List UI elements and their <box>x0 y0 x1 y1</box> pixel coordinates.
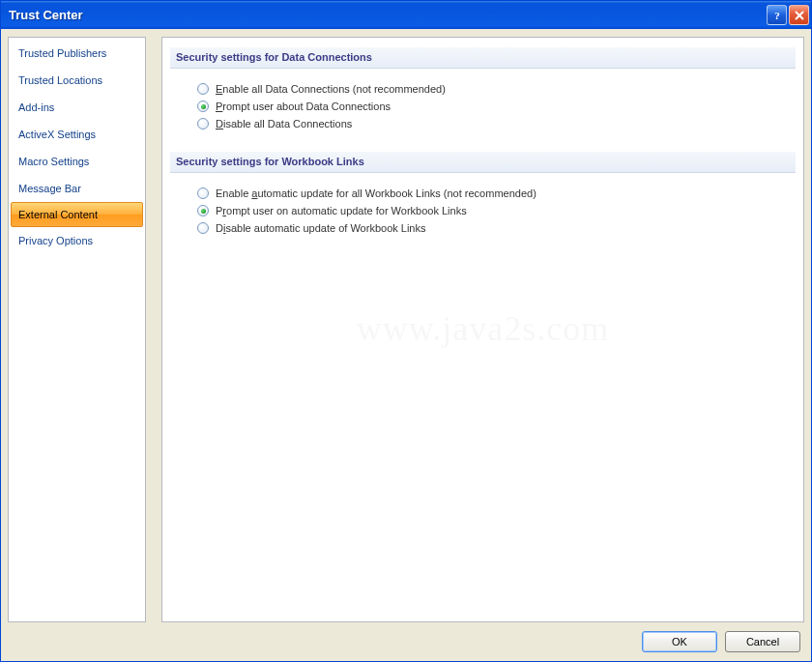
window-title: Trust Center <box>9 8 767 22</box>
radio-icon <box>197 205 209 216</box>
radio-prompt-workbook-links[interactable]: Prompt user on automatic update for Work… <box>197 202 796 219</box>
radio-group-data-connections: Enable all Data Connections (not recomme… <box>197 80 796 132</box>
radio-icon <box>197 83 209 95</box>
radio-icon <box>197 118 209 130</box>
watermark: www.java2s.com <box>162 308 803 349</box>
radio-group-workbook-links: Enable automatic update for all Workbook… <box>197 185 796 237</box>
titlebar-buttons: ? <box>767 5 809 25</box>
ok-button[interactable]: OK <box>642 631 717 652</box>
radio-label: Prompt user about Data Connections <box>216 101 391 112</box>
section-header-data-connections: Security settings for Data Connections <box>170 47 796 69</box>
trust-center-dialog: Trust Center ? Trusted Publishers Truste… <box>0 0 812 662</box>
nav-item-message-bar[interactable]: Message Bar <box>9 175 145 202</box>
nav-item-external-content[interactable]: External Content <box>11 202 143 227</box>
close-icon <box>794 10 805 21</box>
nav-item-add-ins[interactable]: Add-ins <box>9 94 145 121</box>
help-icon: ? <box>771 10 783 21</box>
main-panes: Trusted Publishers Trusted Locations Add… <box>8 37 804 622</box>
radio-label: Disable automatic update of Workbook Lin… <box>216 222 426 234</box>
radio-prompt-data-connections[interactable]: Prompt user about Data Connections <box>197 98 796 115</box>
radio-icon <box>197 222 209 234</box>
radio-disable-workbook-links[interactable]: Disable automatic update of Workbook Lin… <box>197 219 796 237</box>
button-bar: OK Cancel <box>8 622 804 655</box>
radio-icon <box>197 187 209 199</box>
radio-enable-workbook-links[interactable]: Enable automatic update for all Workbook… <box>197 185 796 202</box>
radio-label: Disable all Data Connections <box>216 118 352 130</box>
nav-pane: Trusted Publishers Trusted Locations Add… <box>8 37 146 622</box>
section-header-workbook-links: Security settings for Workbook Links <box>170 152 796 173</box>
svg-text:?: ? <box>774 10 780 21</box>
help-button[interactable]: ? <box>767 5 787 25</box>
titlebar: Trust Center ? <box>1 1 811 29</box>
radio-icon <box>197 101 209 112</box>
nav-item-macro-settings[interactable]: Macro Settings <box>9 148 145 175</box>
nav-item-privacy-options[interactable]: Privacy Options <box>9 227 145 254</box>
nav-item-trusted-locations[interactable]: Trusted Locations <box>9 67 145 94</box>
radio-enable-data-connections[interactable]: Enable all Data Connections (not recomme… <box>197 80 796 98</box>
nav-item-trusted-publishers[interactable]: Trusted Publishers <box>9 40 145 67</box>
cancel-button[interactable]: Cancel <box>725 631 800 652</box>
content-pane: Security settings for Data Connections E… <box>161 37 804 622</box>
dialog-body: Trusted Publishers Trusted Locations Add… <box>1 29 811 661</box>
radio-label: Enable all Data Connections (not recomme… <box>216 83 446 95</box>
close-button[interactable] <box>789 5 809 25</box>
nav-item-activex-settings[interactable]: ActiveX Settings <box>9 121 145 148</box>
radio-label: Enable automatic update for all Workbook… <box>216 187 536 199</box>
radio-label: Prompt user on automatic update for Work… <box>216 205 467 216</box>
radio-disable-data-connections[interactable]: Disable all Data Connections <box>197 115 796 132</box>
